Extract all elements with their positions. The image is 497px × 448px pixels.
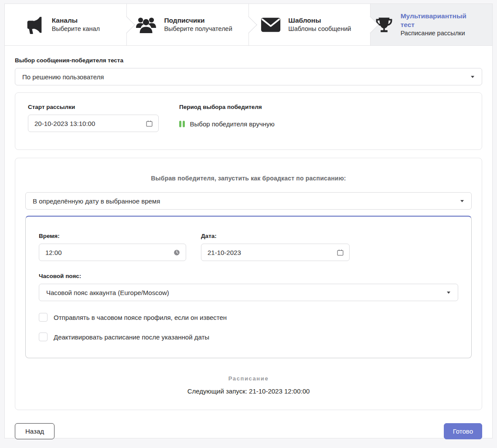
deactivate-schedule-checkbox-label: Деактивировать расписание после указанно… bbox=[54, 333, 209, 341]
step-title: Каналы bbox=[52, 16, 100, 25]
deactivate-schedule-checkbox[interactable] bbox=[39, 333, 48, 341]
calendar-icon[interactable] bbox=[146, 120, 153, 127]
start-card: Старт рассылки Период выбора победителя bbox=[15, 92, 482, 150]
next-run-text: Следующий запуск: 21-10-2023 12:00:00 bbox=[25, 387, 472, 395]
start-datetime-field bbox=[28, 115, 159, 132]
pause-icon bbox=[179, 121, 185, 127]
winner-select[interactable]: По решению пользователя bbox=[15, 68, 482, 85]
multivariate-test-schedule-page: Каналы Выберите канал Подписчики Выберит… bbox=[0, 0, 497, 448]
time-label: Время: bbox=[39, 233, 186, 239]
time-input[interactable] bbox=[45, 249, 173, 256]
step-templates[interactable]: Шаблоны Шаблоны сообщений bbox=[249, 4, 371, 45]
winner-period-label: Период выбора победителя bbox=[179, 104, 275, 110]
step-multivariate-test[interactable]: Мультивариантный тест Расписание рассылк… bbox=[371, 4, 492, 45]
content-frame: Каналы Выберите канал Подписчики Выберит… bbox=[4, 3, 493, 438]
step-channels[interactable]: Каналы Выберите канал bbox=[5, 4, 127, 45]
date-input[interactable] bbox=[208, 249, 337, 256]
step-subtitle: Выберите канал bbox=[52, 25, 100, 33]
wizard-steps: Каналы Выберите канал Подписчики Выберит… bbox=[5, 4, 492, 46]
back-button[interactable]: Назад bbox=[15, 423, 54, 439]
timezone-label: Часовой пояс: bbox=[39, 273, 458, 279]
step-subscribers[interactable]: Подписчики Выберите получателей bbox=[127, 4, 249, 45]
timezone-select[interactable]: Часовой пояс аккаунта (Europe/Moscow) bbox=[39, 284, 458, 301]
start-datetime-label: Старт рассылки bbox=[28, 104, 159, 110]
schedule-summary-heading: Расписание bbox=[25, 375, 472, 382]
schedule-summary: Расписание Следующий запуск: 21-10-2023 … bbox=[25, 375, 472, 395]
step-subtitle: Расписание рассылки bbox=[401, 29, 481, 37]
step-title: Мультивариантный тест bbox=[401, 12, 481, 29]
step-subtitle: Шаблоны сообщений bbox=[288, 25, 351, 33]
date-field bbox=[201, 244, 350, 261]
winner-period-value: Выбор победителя вручную bbox=[190, 120, 275, 128]
schedule-heading: Выбрав победителя, запустить как броадка… bbox=[25, 175, 472, 182]
winner-select-label: Выбор сообщения-победителя теста bbox=[15, 57, 482, 64]
datetime-settings-card: Время: bbox=[25, 216, 472, 358]
time-field bbox=[39, 244, 186, 261]
schedule-card: Выбрав победителя, запустить как броадка… bbox=[15, 158, 482, 410]
winner-select-value: По решению пользователя bbox=[22, 73, 104, 81]
chevron-down-icon bbox=[447, 292, 450, 294]
start-datetime-input[interactable] bbox=[34, 120, 146, 127]
timezone-value: Часовой пояс аккаунта (Europe/Moscow) bbox=[46, 289, 169, 296]
done-button[interactable]: Готово bbox=[444, 423, 482, 439]
calendar-icon[interactable] bbox=[337, 249, 344, 256]
megaphone-icon bbox=[24, 15, 44, 35]
schedule-mode-value: В определённую дату в выбранное время bbox=[33, 197, 160, 205]
main-content: Выбор сообщения-победителя теста По реше… bbox=[5, 46, 492, 439]
profile-timezone-checkbox[interactable] bbox=[39, 313, 48, 322]
clock-icon[interactable] bbox=[173, 249, 180, 256]
users-icon bbox=[136, 16, 157, 34]
chevron-down-icon bbox=[460, 200, 464, 202]
step-title: Подписчики bbox=[164, 16, 232, 25]
footer: Назад Готово bbox=[15, 423, 482, 439]
chevron-down-icon bbox=[471, 76, 474, 78]
schedule-mode-select[interactable]: В определённую дату в выбранное время bbox=[25, 192, 472, 210]
profile-timezone-checkbox-label: Отправлять в часовом поясе профиля, если… bbox=[54, 314, 227, 321]
date-label: Дата: bbox=[201, 233, 350, 239]
step-subtitle: Выберите получателей bbox=[164, 25, 232, 33]
step-title: Шаблоны bbox=[288, 16, 351, 25]
envelope-icon bbox=[261, 17, 281, 33]
